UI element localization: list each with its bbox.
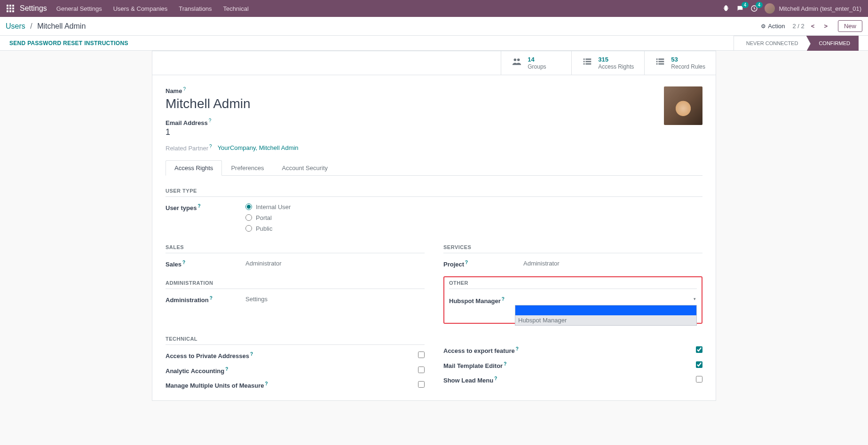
dropdown-option-blank[interactable] <box>515 305 696 315</box>
list-icon <box>582 56 592 69</box>
stat-row: 14 Groups 315 Access Rights 53 <box>152 51 716 75</box>
svg-rect-4 <box>586 59 592 60</box>
stat-record-rules[interactable]: 53 Record Rules <box>644 51 716 75</box>
bug-icon[interactable] <box>722 5 730 12</box>
tab-preferences[interactable]: Preferences <box>222 160 273 176</box>
apps-grid-icon[interactable] <box>7 5 14 12</box>
help-icon[interactable]: ? <box>250 351 253 357</box>
help-icon[interactable]: ? <box>465 260 468 265</box>
tech-export-label: Access to export feature <box>443 348 515 355</box>
section-sales: SALES <box>166 244 425 253</box>
hubspot-manager-select[interactable]: ▾ Hubspot Manager <box>515 296 697 305</box>
help-icon[interactable]: ? <box>209 144 212 149</box>
administration-select[interactable]: Settings <box>245 296 425 303</box>
gear-icon: ⚙ <box>761 23 766 30</box>
other-highlight: OTHER Hubspot Manager? ▾ Hubspot Manager <box>443 276 702 324</box>
tech-show-lead-checkbox[interactable] <box>696 376 702 383</box>
breadcrumb-current: Mitchell Admin <box>37 22 86 30</box>
user-label: Mitchell Admin (test_enter_01) <box>779 5 861 12</box>
svg-rect-7 <box>584 63 585 65</box>
messages-icon[interactable]: 4 <box>736 5 744 12</box>
tech-export-checkbox[interactable] <box>696 346 702 353</box>
related-partner-link[interactable]: YourCompany, Mitchell Admin <box>218 144 299 151</box>
section-administration: ADMINISTRATION <box>166 280 425 289</box>
new-button[interactable]: New <box>838 20 862 32</box>
administration-label: Administration <box>166 297 209 304</box>
status-never-connected[interactable]: NEVER CONNECTED <box>734 36 807 51</box>
nav-translations[interactable]: Translations <box>179 5 212 12</box>
user-avatar[interactable] <box>664 86 702 125</box>
chevron-down-icon: ▾ <box>694 297 696 301</box>
nav-general-settings[interactable]: General Settings <box>56 5 102 12</box>
pager: 2 / 2 < > <box>793 22 830 31</box>
svg-point-2 <box>517 59 520 61</box>
help-icon[interactable]: ? <box>225 367 228 372</box>
tech-multi-uom-checkbox[interactable] <box>418 381 425 388</box>
pager-text[interactable]: 2 / 2 <box>793 23 805 30</box>
name-field[interactable]: Mitchell Admin <box>166 96 655 111</box>
email-field[interactable]: 1 <box>166 127 655 137</box>
email-label: Email Address <box>166 119 208 126</box>
name-label: Name <box>166 87 182 94</box>
nav-users-companies[interactable]: Users & Companies <box>113 5 168 12</box>
tech-mail-template-checkbox[interactable] <box>696 361 702 368</box>
project-label: Project <box>443 261 464 268</box>
action-dropdown[interactable]: ⚙ Action <box>761 23 785 30</box>
tech-analytic-accounting-label: Analytic Accounting <box>166 367 224 375</box>
tech-multi-uom-label: Manage Multiple Units of Measure <box>166 382 264 389</box>
messages-badge: 4 <box>742 2 749 8</box>
breadcrumb: Users / Mitchell Admin <box>6 22 86 31</box>
help-icon[interactable]: ? <box>494 376 497 381</box>
svg-rect-14 <box>659 63 664 65</box>
send-password-reset-button[interactable]: SEND PASSWORD RESET INSTRUCTIONS <box>9 40 128 47</box>
help-icon[interactable]: ? <box>209 118 212 123</box>
hubspot-dropdown-list: Hubspot Manager <box>515 305 697 326</box>
help-icon[interactable]: ? <box>504 361 506 367</box>
activities-icon[interactable]: 4 <box>750 5 758 12</box>
section-services: SERVICES <box>443 244 702 253</box>
top-nav: Settings General Settings Users & Compan… <box>0 0 868 17</box>
help-icon[interactable]: ? <box>197 203 200 209</box>
groups-icon <box>512 56 522 69</box>
status-confirmed[interactable]: CONFIRMED <box>806 36 859 51</box>
tech-show-lead-label: Show Lead Menu <box>443 377 493 384</box>
stat-access-rights[interactable]: 315 Access Rights <box>571 51 644 75</box>
project-select[interactable]: Administrator <box>523 260 702 267</box>
help-icon[interactable]: ? <box>502 297 505 302</box>
brand-title[interactable]: Settings <box>20 4 47 13</box>
radio-internal-user[interactable]: Internal User <box>245 203 702 211</box>
dropdown-option-hubspot-manager[interactable]: Hubspot Manager <box>515 315 696 325</box>
help-icon[interactable]: ? <box>182 260 185 265</box>
status-steps: NEVER CONNECTED CONFIRMED <box>734 36 859 51</box>
help-icon[interactable]: ? <box>183 86 186 92</box>
nav-technical[interactable]: Technical <box>223 5 249 12</box>
list-icon <box>655 56 665 69</box>
tab-account-security[interactable]: Account Security <box>273 160 337 176</box>
help-icon[interactable]: ? <box>516 346 519 351</box>
svg-rect-8 <box>586 63 592 65</box>
svg-rect-12 <box>659 61 664 62</box>
user-menu[interactable]: Mitchell Admin (test_enter_01) <box>765 3 861 14</box>
section-other: OTHER <box>449 280 697 289</box>
tech-private-addresses-checkbox[interactable] <box>418 351 425 358</box>
tab-access-rights[interactable]: Access Rights <box>166 160 222 176</box>
section-technical: TECHNICAL <box>166 336 425 345</box>
avatar-icon <box>765 3 775 14</box>
radio-portal[interactable]: Portal <box>245 214 702 221</box>
tech-analytic-accounting-checkbox[interactable] <box>418 367 425 373</box>
stat-groups[interactable]: 14 Groups <box>501 51 571 75</box>
pager-next-icon[interactable]: > <box>821 22 830 31</box>
svg-rect-10 <box>659 59 664 60</box>
svg-rect-3 <box>584 59 585 60</box>
radio-public[interactable]: Public <box>245 225 702 232</box>
control-bar: Users / Mitchell Admin ⚙ Action 2 / 2 < … <box>0 17 868 36</box>
help-icon[interactable]: ? <box>265 381 268 386</box>
sales-select[interactable]: Administrator <box>245 260 425 267</box>
help-icon[interactable]: ? <box>210 296 213 301</box>
breadcrumb-root[interactable]: Users <box>6 22 25 30</box>
tech-mail-template-label: Mail Template Editor <box>443 362 503 369</box>
pager-prev-icon[interactable]: < <box>808 22 818 31</box>
tabs: Access Rights Preferences Account Securi… <box>166 160 702 176</box>
svg-rect-5 <box>584 61 585 62</box>
section-user-type: USER TYPE <box>166 188 702 197</box>
